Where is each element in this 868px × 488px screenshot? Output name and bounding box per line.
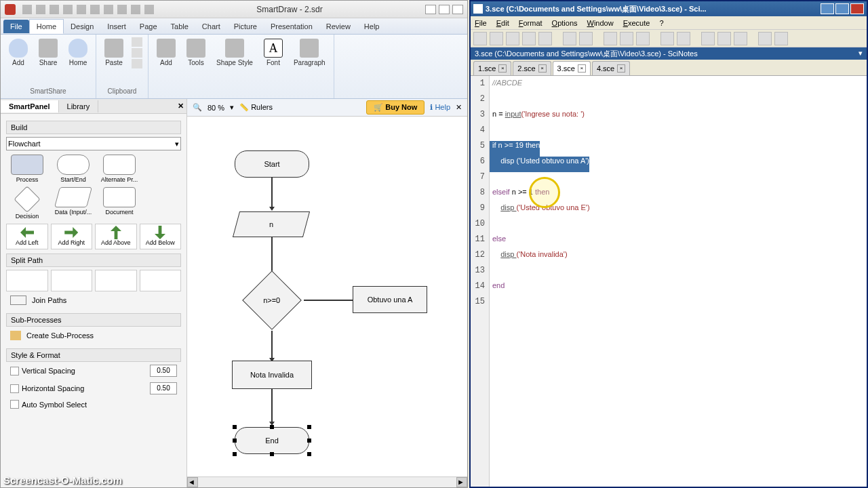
- vspacing-value[interactable]: 0.50: [150, 365, 177, 377]
- tab-picture[interactable]: Picture: [227, 20, 264, 33]
- shape-process[interactable]: Process: [6, 155, 48, 183]
- step-icon[interactable]: [717, 32, 731, 45]
- btn-paragraph[interactable]: Paragraph: [291, 37, 328, 68]
- btn-share[interactable]: Share: [36, 37, 60, 68]
- brush-icon[interactable]: [132, 59, 142, 68]
- qat-icon[interactable]: [131, 5, 140, 14]
- tab-design[interactable]: Design: [64, 20, 100, 33]
- shape-alternate[interactable]: Alternate Pr...: [98, 155, 140, 183]
- menu-execute[interactable]: Execute: [623, 19, 650, 27]
- open-icon[interactable]: [490, 32, 503, 45]
- tab-library[interactable]: Library: [59, 100, 99, 113]
- qat-icon[interactable]: [36, 5, 45, 14]
- checkbox[interactable]: [10, 400, 19, 409]
- split-option[interactable]: [51, 270, 93, 291]
- btn-add-above[interactable]: Add Above: [95, 224, 137, 249]
- btn-add-left[interactable]: Add Left: [6, 224, 48, 249]
- close-button[interactable]: [452, 5, 463, 14]
- undo-icon[interactable]: [563, 32, 576, 45]
- tab-3sce[interactable]: 3.sce×: [553, 61, 591, 75]
- qat-icon[interactable]: [77, 5, 86, 14]
- menu-options[interactable]: Options: [552, 19, 578, 27]
- code-editor[interactable]: 123456789101112131415 //ABCDE n = input(…: [471, 76, 867, 487]
- btn-home[interactable]: Home: [66, 37, 90, 68]
- qat-icon[interactable]: [117, 5, 127, 14]
- qat-icon[interactable]: [22, 5, 32, 14]
- tab-table[interactable]: Table: [164, 20, 195, 33]
- cut-icon[interactable]: [132, 37, 142, 47]
- close-tab-icon[interactable]: ×: [617, 64, 625, 73]
- play-icon[interactable]: [701, 32, 715, 45]
- find-icon[interactable]: [660, 32, 674, 45]
- code-content[interactable]: //ABCDE n = input('Ingrese su nota: ') i…: [490, 76, 867, 487]
- copy-icon[interactable]: [132, 48, 142, 58]
- create-subprocess[interactable]: Create Sub-Process: [6, 327, 181, 344]
- tab-4sce[interactable]: 4.sce×: [592, 61, 630, 75]
- shape-decision[interactable]: Decision: [6, 187, 48, 220]
- qat-icon[interactable]: [104, 5, 113, 14]
- saveall-icon[interactable]: [522, 32, 536, 45]
- print-icon[interactable]: [538, 32, 552, 45]
- tab-home[interactable]: Home: [29, 19, 64, 34]
- btn-add-right[interactable]: Add Right: [51, 224, 93, 249]
- qat-icon[interactable]: [63, 5, 73, 14]
- save-icon[interactable]: [506, 32, 519, 45]
- menu-file[interactable]: File: [475, 19, 487, 27]
- close-tab-icon[interactable]: ×: [498, 64, 507, 73]
- buy-now-button[interactable]: 🛒 Buy Now: [366, 100, 425, 115]
- menu-help[interactable]: ?: [659, 19, 663, 27]
- qat-icon[interactable]: [50, 5, 59, 14]
- tab-page[interactable]: Page: [133, 20, 164, 33]
- tab-2sce[interactable]: 2.sce×: [513, 61, 551, 75]
- close-button[interactable]: [850, 3, 864, 14]
- hspacing-value[interactable]: 0.50: [150, 382, 177, 394]
- btn-font[interactable]: AFont: [261, 37, 285, 68]
- zoom-icon[interactable]: 🔍: [193, 103, 202, 112]
- join-paths-row[interactable]: Join Paths: [6, 291, 181, 309]
- close-icon[interactable]: ✕: [456, 103, 462, 112]
- copy-icon[interactable]: [620, 32, 633, 45]
- shape-start[interactable]: Start: [235, 150, 309, 178]
- btn-paste[interactable]: Paste: [102, 37, 126, 68]
- qat-icon[interactable]: [90, 5, 100, 14]
- horizontal-scrollbar[interactable]: ◄►: [187, 476, 467, 487]
- tab-file[interactable]: File: [3, 20, 29, 33]
- new-icon[interactable]: [473, 32, 487, 45]
- zoom-dropdown[interactable]: ▾: [230, 103, 234, 112]
- shape-obtuvo-a[interactable]: Obtuvo una A: [353, 286, 427, 313]
- help-link[interactable]: ℹ Help: [430, 103, 450, 112]
- tab-help[interactable]: Help: [357, 20, 387, 33]
- tab-chart[interactable]: Chart: [195, 20, 227, 33]
- cut-icon[interactable]: [604, 32, 617, 45]
- btn-shapestyle[interactable]: Shape Style: [214, 37, 256, 68]
- checkbox[interactable]: [10, 384, 19, 393]
- shape-decision[interactable]: n>=0: [242, 270, 302, 330]
- chevron-down-icon[interactable]: ▾: [859, 49, 863, 58]
- tab-review[interactable]: Review: [319, 20, 357, 33]
- shape-data[interactable]: Data (Input/...: [52, 187, 94, 220]
- redo-icon[interactable]: [579, 32, 593, 45]
- shape-end[interactable]: End: [235, 427, 309, 454]
- btn-tools[interactable]: Tools: [184, 37, 208, 68]
- shape-startend[interactable]: Start/End: [52, 155, 94, 183]
- tab-smartpanel[interactable]: SmartPanel: [1, 100, 59, 113]
- minimize-button[interactable]: [821, 3, 834, 14]
- menu-edit[interactable]: Edit: [496, 19, 509, 27]
- tab-insert[interactable]: Insert: [100, 20, 133, 33]
- shape-input[interactable]: n: [233, 211, 310, 237]
- shape-nota-invalida[interactable]: Nota Invalida: [232, 361, 312, 389]
- panel-close[interactable]: ✕: [178, 102, 184, 110]
- split-option[interactable]: [95, 270, 137, 291]
- tab-presentation[interactable]: Presentation: [264, 20, 319, 33]
- close-tab-icon[interactable]: ×: [578, 64, 586, 73]
- shape-document[interactable]: Document: [98, 187, 140, 220]
- split-option[interactable]: [140, 270, 182, 291]
- maximize-button[interactable]: [439, 5, 450, 14]
- zoom-level[interactable]: 80 %: [208, 104, 224, 112]
- stepout-icon[interactable]: [734, 32, 747, 45]
- split-option[interactable]: [6, 270, 48, 291]
- btn-add[interactable]: Add: [6, 37, 31, 68]
- shape-type-dropdown[interactable]: Flowchart▾: [6, 137, 181, 150]
- close-tab-icon[interactable]: ×: [538, 64, 547, 73]
- menu-format[interactable]: Format: [519, 19, 542, 27]
